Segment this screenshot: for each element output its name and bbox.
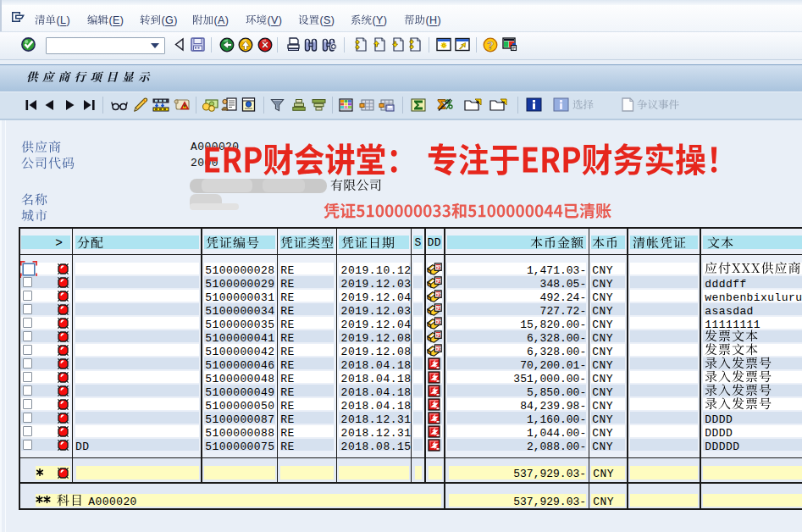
svg-text:?: ? [487, 39, 494, 52]
